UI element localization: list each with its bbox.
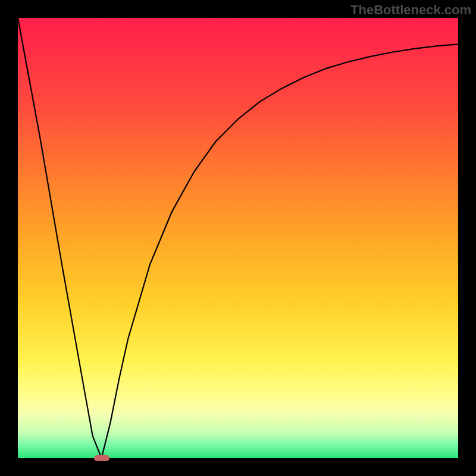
bottleneck-curve xyxy=(18,18,458,458)
optimal-marker xyxy=(94,455,109,461)
plot-area xyxy=(18,18,458,458)
watermark-text: TheBottleneck.com xyxy=(350,2,471,18)
curve-path xyxy=(18,18,458,458)
chart-frame: TheBottleneck.com xyxy=(0,0,476,476)
